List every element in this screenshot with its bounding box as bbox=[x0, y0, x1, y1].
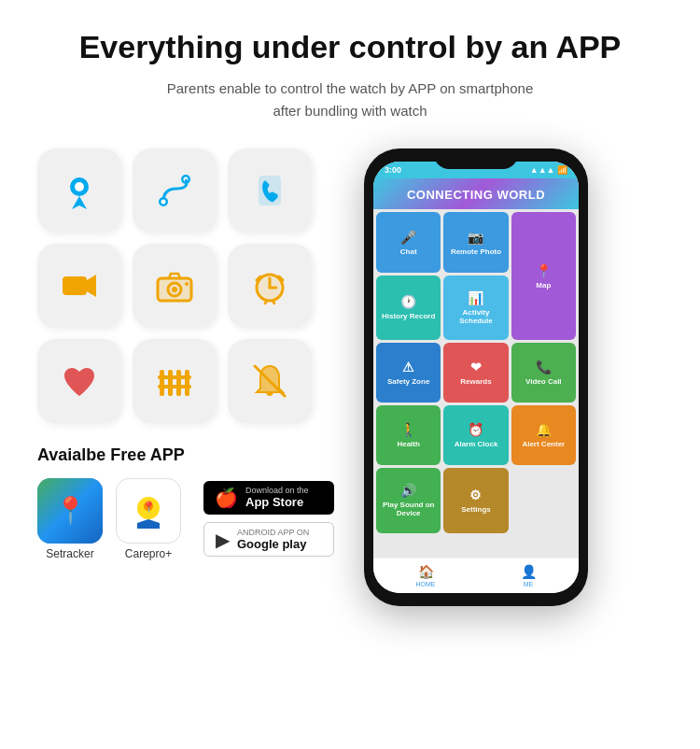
empty-cell-2 bbox=[376, 536, 441, 555]
icon-bell-off bbox=[228, 339, 312, 423]
page-title: Everything under control by an APP bbox=[37, 28, 663, 66]
svg-rect-24 bbox=[185, 370, 189, 396]
alarm-icon: ⏰ bbox=[468, 422, 483, 437]
icon-heart bbox=[37, 339, 121, 423]
svg-rect-21 bbox=[160, 370, 164, 396]
google-play-badge[interactable]: ▶ ANDROID APP ON Google play bbox=[203, 522, 334, 558]
app-store-small-text: Download on the bbox=[245, 486, 309, 495]
phone-app-chat[interactable]: 🎤 Chat bbox=[376, 212, 441, 272]
icon-location bbox=[37, 148, 121, 233]
svg-rect-22 bbox=[168, 370, 173, 396]
map-icon: 📍 bbox=[536, 263, 552, 278]
setracker-label: Setracker bbox=[46, 547, 93, 560]
video-call-icon: 📞 bbox=[536, 360, 552, 374]
me-nav-label: ME bbox=[524, 581, 534, 587]
phone-app-alert[interactable]: 🔔 Alert Center bbox=[511, 405, 576, 465]
video-call-label: Video Call bbox=[525, 377, 562, 386]
nav-home[interactable]: 🏠 HOME bbox=[416, 564, 436, 587]
setracker-pin-icon: 📍 bbox=[54, 495, 87, 526]
svg-point-11 bbox=[172, 287, 177, 292]
apple-icon: 🍎 bbox=[215, 487, 238, 509]
left-panel: Avaialbe Free APP 📍 Setracker bbox=[37, 148, 336, 570]
phone-app-activity[interactable]: 📊 Activity Schedule bbox=[443, 276, 508, 340]
header-subtitle: Parents enable to control the watch by A… bbox=[37, 78, 663, 122]
app-carepro[interactable]: 📍 Carepro+ bbox=[116, 478, 181, 560]
app-store-big-text: App Store bbox=[245, 495, 309, 510]
phone-app-safety[interactable]: ⚠ Safety Zone bbox=[376, 343, 441, 403]
home-nav-label: HOME bbox=[416, 581, 436, 587]
chat-icon: 🎤 bbox=[400, 230, 416, 245]
alert-label: Alert Center bbox=[522, 440, 565, 448]
settings-label: Settings bbox=[461, 505, 491, 514]
phone-mockup: 3:00 ▲▲▲ 📶 CONNECTING WORLD 🎤 Chat bbox=[364, 148, 588, 606]
app-store-badge[interactable]: 🍎 Download on the App Store bbox=[203, 481, 334, 515]
rewards-label: Rewards bbox=[460, 377, 491, 386]
phone-app-alarm[interactable]: ⏰ Alarm Clock bbox=[443, 405, 508, 465]
phone-app-health[interactable]: 🚶 Health bbox=[376, 405, 441, 465]
history-icon: 🕐 bbox=[400, 294, 416, 309]
icon-fence bbox=[133, 339, 217, 423]
carepro-logo: 📍 bbox=[116, 478, 181, 544]
activity-icon: 📊 bbox=[468, 290, 483, 305]
phone-banner: CONNECTING WORLD bbox=[373, 178, 579, 210]
activity-label: Activity Schedule bbox=[446, 308, 505, 325]
safety-icon: ⚠ bbox=[402, 360, 414, 374]
svg-rect-23 bbox=[176, 370, 181, 396]
setracker-logo: 📍 bbox=[37, 478, 103, 544]
icon-camera bbox=[133, 244, 217, 328]
phone-signal: ▲▲▲ 📶 bbox=[530, 165, 567, 175]
phone-app-map[interactable]: 📍 Map bbox=[511, 212, 576, 339]
icon-alarm bbox=[228, 244, 312, 328]
phone-app-grid: 🎤 Chat 📷 Remote Photo 📍 Map 🕐 bbox=[373, 209, 579, 557]
safety-label: Safety Zone bbox=[387, 377, 429, 386]
carepro-label: Carepro+ bbox=[125, 547, 172, 560]
phone-app-remote-photo[interactable]: 📷 Remote Photo bbox=[443, 212, 508, 272]
sound-label: Play Sound on Device bbox=[379, 501, 438, 517]
svg-line-20 bbox=[273, 301, 274, 304]
home-nav-icon: 🏠 bbox=[418, 564, 434, 579]
icon-route bbox=[133, 148, 217, 233]
main-content: Avaialbe Free APP 📍 Setracker bbox=[37, 148, 663, 606]
phone-banner-text: CONNECTING WORLD bbox=[407, 188, 545, 202]
alert-icon: 🔔 bbox=[536, 422, 552, 437]
phone-app-video-call[interactable]: 📞 Video Call bbox=[511, 343, 576, 403]
phone-app-history[interactable]: 🕐 History Record bbox=[376, 276, 441, 340]
app-logos-row: 📍 Setracker 📍 bbox=[37, 478, 336, 560]
me-nav-icon: 👤 bbox=[521, 564, 537, 579]
nav-me[interactable]: 👤 ME bbox=[521, 564, 537, 587]
google-play-small-text: ANDROID APP ON bbox=[237, 528, 309, 537]
rewards-icon: ❤ bbox=[470, 360, 482, 374]
svg-line-19 bbox=[265, 301, 267, 304]
alarm-label: Alarm Clock bbox=[455, 440, 498, 448]
page-container: Everything under control by an APP Paren… bbox=[0, 0, 700, 625]
phone-notch bbox=[434, 148, 518, 169]
app-section-title: Avaialbe Free APP bbox=[37, 445, 336, 465]
google-play-text: ANDROID APP ON Google play bbox=[237, 528, 309, 552]
icon-phone bbox=[228, 148, 312, 233]
chat-label: Chat bbox=[400, 247, 417, 256]
history-label: History Record bbox=[382, 312, 435, 320]
app-setracker[interactable]: 📍 Setracker bbox=[37, 478, 103, 560]
settings-icon: ⚙ bbox=[469, 488, 482, 502]
svg-point-1 bbox=[75, 182, 84, 191]
svg-rect-25 bbox=[158, 375, 191, 379]
svg-rect-26 bbox=[158, 385, 191, 389]
sound-icon: 🔊 bbox=[400, 483, 416, 498]
app-store-text: Download on the App Store bbox=[245, 486, 309, 510]
phone-wrapper: 3:00 ▲▲▲ 📶 CONNECTING WORLD 🎤 Chat bbox=[355, 148, 597, 606]
google-play-big-text: Google play bbox=[237, 537, 309, 552]
icon-video bbox=[37, 244, 121, 328]
svg-point-12 bbox=[185, 282, 189, 286]
google-play-icon: ▶ bbox=[216, 529, 230, 551]
app-section: Avaialbe Free APP 📍 Setracker bbox=[37, 445, 336, 560]
phone-app-settings[interactable]: ⚙ Settings bbox=[443, 468, 508, 532]
svg-marker-7 bbox=[87, 275, 96, 297]
phone-bottom-nav: 🏠 HOME 👤 ME bbox=[373, 558, 579, 593]
empty-cell bbox=[511, 468, 576, 532]
phone-screen: 3:00 ▲▲▲ 📶 CONNECTING WORLD 🎤 Chat bbox=[373, 162, 579, 593]
health-label: Health bbox=[397, 440, 419, 448]
store-badges: 🍎 Download on the App Store ▶ ANDROID AP… bbox=[203, 481, 334, 557]
phone-app-rewards[interactable]: ❤ Rewards bbox=[443, 343, 508, 403]
svg-text:📍: 📍 bbox=[142, 500, 156, 514]
phone-app-sound[interactable]: 🔊 Play Sound on Device bbox=[376, 468, 441, 532]
